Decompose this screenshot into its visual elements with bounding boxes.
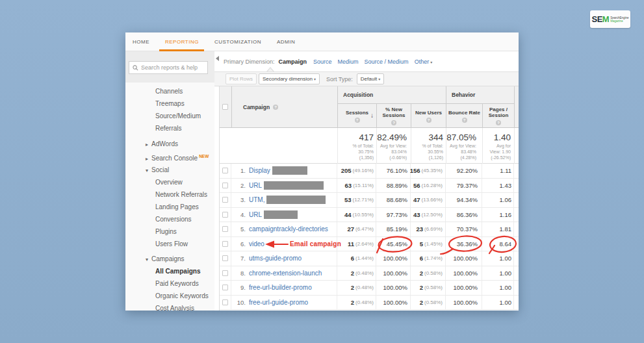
search-placeholder: Search reports & help: [141, 64, 198, 71]
campaign-link[interactable]: utms-guide-promo: [249, 255, 302, 262]
bounce-rate-cell: 79.37%: [446, 179, 482, 193]
desktop-background: SEM SearchEngineMagazine HOMEREPORTINGCU…: [0, 0, 644, 343]
help-icon[interactable]: [355, 118, 360, 123]
sidebar-item-source-medium[interactable]: Source/Medium: [125, 110, 214, 122]
campaign-link[interactable]: chrome-extension-launch: [249, 270, 322, 277]
sidebar-item-social[interactable]: Social: [125, 164, 214, 176]
sidebar-item-all-campaigns[interactable]: All Campaigns: [125, 265, 214, 277]
table-row: 5.campaigntrackly-directories27(6.47%)85…: [220, 222, 519, 237]
help-icon[interactable]: [496, 120, 501, 125]
dimension-campaign[interactable]: Campaign: [279, 58, 307, 65]
sessions-cell: 205(49.16%): [337, 164, 376, 178]
new-sessions-cell: 85.19%: [376, 222, 411, 236]
pages-session-cell: 1.00: [482, 296, 514, 310]
sidebar-item-channels[interactable]: Channels: [125, 85, 214, 97]
dimension-medium[interactable]: Medium: [338, 58, 359, 65]
row-checkbox[interactable]: [222, 212, 228, 218]
sidebar-item-label: Channels: [155, 88, 183, 95]
sidebar-item-network-referrals[interactable]: Network Referrals: [125, 188, 214, 201]
sidebar-item-conversions[interactable]: Conversions: [125, 213, 214, 225]
campaign-link[interactable]: URL: [249, 211, 262, 218]
row-checkbox-cell: [220, 222, 231, 236]
campaign-cell: 4.URL: [231, 208, 337, 222]
sidebar-item-paid-keywords[interactable]: Paid Keywords: [125, 277, 214, 290]
campaign-link[interactable]: free-url-guide-promo: [249, 299, 308, 306]
row-checkbox[interactable]: [222, 226, 228, 232]
extra-cell: [514, 208, 519, 222]
sessions-cell: 6(1.44%): [337, 251, 376, 266]
nav-tab-customization[interactable]: CUSTOMIZATION: [214, 32, 261, 51]
sidebar-item-landing-pages[interactable]: Landing Pages: [125, 201, 214, 213]
help-icon[interactable]: [273, 105, 278, 110]
sidebar-item-cost-analysis[interactable]: Cost Analysis: [125, 302, 214, 311]
campaign-link[interactable]: Display: [249, 167, 270, 174]
column-header-sessions[interactable]: Sessions: [337, 104, 376, 128]
sort-type-button[interactable]: Default: [357, 73, 384, 84]
campaign-link[interactable]: campaigntrackly-directories: [249, 225, 328, 233]
sidebar-item-referrals[interactable]: Referrals: [125, 122, 214, 134]
sidebar-item-organic-keywords[interactable]: Organic Keywords: [125, 290, 214, 302]
column-header-bounce-rate[interactable]: Bounce Rate: [446, 104, 482, 128]
sidebar-item-treemaps[interactable]: Treemaps: [125, 97, 214, 110]
new-users-cell: 43(12.50%): [411, 208, 446, 222]
sidebar-search-panel: Search reports & help: [125, 51, 214, 83]
help-icon[interactable]: [391, 120, 396, 125]
campaign-link[interactable]: free-url-builder-promo: [249, 284, 312, 291]
sessions-cell: 2(0.48%): [337, 266, 376, 281]
row-checkbox[interactable]: [222, 299, 228, 305]
dimension-source[interactable]: Source: [313, 58, 332, 65]
plot-rows-button[interactable]: Plot Rows: [225, 73, 257, 84]
top-nav: HOMEREPORTINGCUSTOMIZATIONADMIN: [125, 32, 519, 51]
table-row: 2.URL63(15.11%)88.89%56(16.28%)79.37%1.4…: [220, 179, 519, 194]
row-number: 8.: [231, 270, 246, 277]
table-toolbar: Plot Rows Secondary dimension Sort Type:…: [214, 71, 519, 86]
sidebar-item-label: Network Referrals: [155, 191, 207, 198]
secondary-dimension-button[interactable]: Secondary dimension: [259, 73, 320, 84]
extra-cell: [514, 296, 519, 310]
column-header-campaign[interactable]: Campaign: [243, 86, 278, 128]
select-all-checkbox[interactable]: [222, 104, 228, 110]
pages-session-cell: 8.64: [482, 237, 514, 251]
sidebar-item-users-flow[interactable]: Users Flow: [125, 238, 214, 250]
row-checkbox[interactable]: [222, 168, 228, 173]
row-checkbox[interactable]: [222, 241, 228, 247]
row-checkbox[interactable]: [222, 285, 228, 290]
redaction-box: [264, 181, 324, 190]
summary-bounce-rate: 87.05% Avg for View:83.48%(4.28%): [446, 128, 482, 164]
row-checkbox[interactable]: [222, 255, 228, 261]
bounce-rate-cell: 100.00%: [446, 251, 482, 266]
sidebar-item-overview[interactable]: Overview: [125, 176, 214, 188]
bounce-rate-cell: 36.36%: [446, 237, 482, 251]
new-sessions-cell: 88.89%: [376, 179, 411, 193]
campaign-link[interactable]: video: [249, 240, 264, 248]
help-icon[interactable]: [426, 118, 431, 123]
campaign-link[interactable]: UTM,: [249, 196, 264, 203]
chevron-down-icon: [146, 164, 151, 177]
search-reports-input[interactable]: Search reports & help: [129, 61, 208, 74]
row-checkbox[interactable]: [222, 183, 228, 188]
help-icon[interactable]: [462, 118, 467, 123]
row-checkbox[interactable]: [222, 197, 228, 203]
column-header-new-sessions[interactable]: % New Sessions: [376, 104, 411, 128]
dimension-source-medium[interactable]: Source / Medium: [365, 58, 409, 65]
campaign-cell: 5.campaigntrackly-directories: [231, 222, 337, 236]
nav-tab-admin[interactable]: ADMIN: [277, 32, 295, 51]
column-header-new-users[interactable]: New Users: [411, 104, 446, 128]
sidebar-item-campaigns[interactable]: Campaigns: [125, 253, 214, 265]
row-checkbox-cell: [220, 193, 231, 207]
sidebar-item-adwords[interactable]: AdWords: [125, 138, 214, 150]
campaign-link[interactable]: URL: [249, 182, 262, 189]
bounce-rate-cell: 100.00%: [446, 281, 482, 295]
nav-tab-reporting[interactable]: REPORTING: [165, 32, 199, 51]
sessions-cell: 2(0.48%): [337, 296, 376, 310]
sidebar-item-plugins[interactable]: Plugins: [125, 225, 214, 238]
row-checkbox-cell: [220, 237, 231, 251]
row-checkbox[interactable]: [222, 270, 228, 276]
group-header-behavior: Behavior: [446, 86, 514, 104]
sidebar-item-search-console[interactable]: Search ConsoleNEW: [125, 150, 214, 162]
group-header-acquisition: Acquisition: [337, 86, 446, 104]
new-users-cell: 23(6.69%): [411, 222, 446, 236]
dimension-other[interactable]: Other: [415, 58, 433, 65]
nav-tab-home[interactable]: HOME: [133, 32, 149, 51]
column-header-pages-session[interactable]: Pages / Session: [482, 104, 514, 128]
